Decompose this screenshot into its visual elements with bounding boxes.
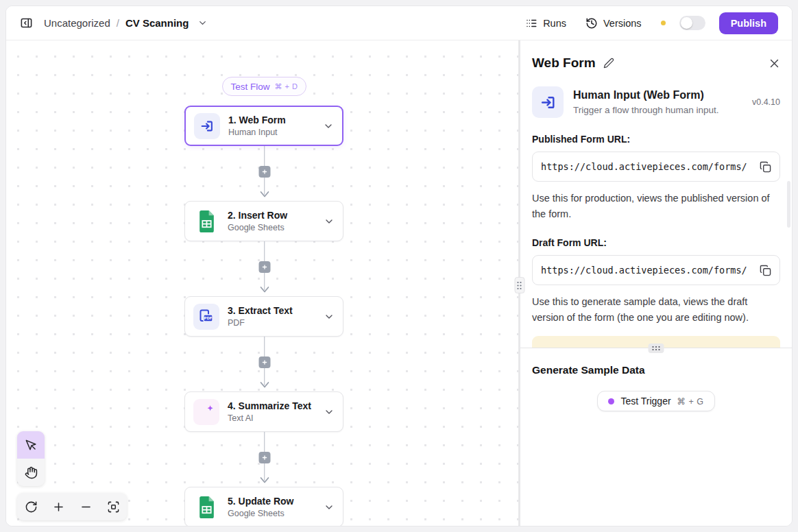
node-subtitle: Google Sheets: [228, 223, 287, 232]
flow-node-web-form[interactable]: 1. Web Form Human Input: [184, 106, 343, 146]
zoom-out-button[interactable]: [72, 493, 99, 520]
node-text: 2. Insert Row Google Sheets: [228, 210, 287, 232]
node-menu-button[interactable]: [324, 216, 335, 227]
chevron-down-icon: [197, 18, 208, 28]
chevron-down-icon: [323, 121, 334, 132]
copy-icon: [760, 265, 771, 276]
node-title: 5. Update Row: [228, 496, 293, 507]
node-title: 3. Extract Text: [228, 305, 293, 316]
trigger-status-dot: [608, 398, 614, 404]
arrow-down-icon: [260, 477, 269, 483]
fit-view-button[interactable]: [99, 493, 127, 520]
plus-icon: [261, 359, 267, 365]
copy-published-url-button[interactable]: [760, 161, 771, 173]
piece-name: Human Input (Web Form): [573, 89, 719, 101]
logs-icon: [525, 17, 537, 29]
rename-step-button[interactable]: [603, 58, 614, 69]
connector: [258, 432, 271, 487]
toggle-knob: [681, 17, 692, 29]
node-text: 1. Web Form Human Input: [228, 114, 286, 137]
draft-url-label: Draft Form URL:: [532, 237, 780, 248]
canvas-mode-toolbar: [17, 431, 45, 486]
panel-resizer[interactable]: [518, 40, 520, 526]
test-flow-button[interactable]: Test Flow ⌘ + D: [222, 77, 306, 96]
copy-draft-url-button[interactable]: [760, 265, 771, 276]
flow-node-update-row[interactable]: 5. Update Row Google Sheets: [184, 487, 343, 526]
section-resizer[interactable]: [520, 348, 792, 348]
piece-description: Trigger a flow through human input.: [573, 105, 719, 115]
minus-icon: [80, 500, 93, 513]
top-bar-status-group: Publish: [661, 12, 778, 34]
published-url-value: https://cloud.activepieces.com/forms/: [541, 161, 754, 172]
zoom-in-button[interactable]: [45, 493, 72, 520]
flow-node-extract-text[interactable]: PDF 3. Extract Text PDF: [184, 296, 343, 337]
published-url-label: Published Form URL:: [532, 134, 780, 145]
hand-icon: [25, 466, 38, 479]
node-menu-button[interactable]: [323, 121, 334, 132]
node-text: 5. Update Row Google Sheets: [228, 496, 293, 518]
node-title: 2. Insert Row: [228, 210, 287, 221]
panel-scrollbar-thumb[interactable]: [787, 181, 790, 228]
reset-view-button[interactable]: [17, 493, 45, 520]
pdf-icon: PDF: [193, 304, 219, 330]
human-input-icon: [194, 113, 220, 139]
history-icon: [585, 17, 598, 29]
panel-scroll-area: Web Form: [520, 40, 792, 348]
pan-mode-button[interactable]: [17, 459, 45, 486]
close-icon: [769, 58, 780, 69]
add-step-button[interactable]: [258, 166, 270, 178]
add-step-button[interactable]: [258, 356, 270, 368]
add-step-button[interactable]: [258, 261, 270, 273]
piece-version: v0.4.10: [752, 97, 780, 107]
panel-title: Web Form: [532, 56, 596, 71]
sidebar-toggle-button[interactable]: [20, 16, 33, 29]
node-menu-button[interactable]: [324, 407, 335, 418]
runs-button[interactable]: Runs: [525, 17, 566, 29]
node-subtitle: Text AI: [228, 413, 311, 423]
fit-view-icon: [107, 500, 120, 513]
breadcrumb-folder[interactable]: Uncategorized: [44, 17, 110, 29]
close-panel-button[interactable]: [769, 58, 780, 69]
node-text: 3. Extract Text PDF: [228, 305, 293, 328]
human-input-icon: [532, 86, 564, 118]
section-resizer-grip[interactable]: [649, 343, 664, 353]
chevron-down-icon: [324, 502, 335, 513]
node-menu-button[interactable]: [324, 502, 335, 513]
node-menu-button[interactable]: [324, 311, 335, 322]
test-trigger-button[interactable]: Test Trigger ⌘ + G: [597, 391, 714, 411]
plus-icon: [261, 455, 267, 461]
published-url-field[interactable]: https://cloud.activepieces.com/forms/: [532, 152, 780, 182]
test-trigger-shortcut: ⌘ + G: [677, 396, 704, 407]
breadcrumb-separator: /: [117, 17, 119, 29]
node-subtitle: Google Sheets: [228, 509, 293, 518]
chevron-down-icon: [324, 216, 335, 227]
flow-menu-button[interactable]: [197, 18, 208, 28]
flow-canvas[interactable]: Test Flow ⌘ + D 1. Web Form Human Input: [6, 40, 518, 526]
chevron-down-icon: [324, 407, 335, 418]
grip-dots-icon: [652, 346, 661, 351]
arrow-down-icon: [260, 287, 269, 293]
node-subtitle: Human Input: [228, 128, 286, 137]
arrow-down-icon: [260, 191, 269, 197]
published-url-help: Use this for production, views the publi…: [532, 191, 780, 221]
panel-resizer-grip[interactable]: [514, 277, 524, 293]
publish-button[interactable]: Publish: [719, 12, 778, 34]
versions-button[interactable]: Versions: [585, 17, 642, 29]
flow-node-summarize-text[interactable]: 4. Summarize Text Text AI: [184, 391, 343, 432]
canvas-zoom-toolbar: [17, 493, 127, 520]
test-trigger-label: Test Trigger: [620, 396, 670, 407]
add-step-button[interactable]: [258, 452, 270, 463]
breadcrumb-flow-name: CV Scanning: [125, 17, 189, 29]
panel-header: Web Form: [532, 56, 780, 71]
flow-node-insert-row[interactable]: 2. Insert Row Google Sheets: [184, 201, 343, 241]
app-window: Uncategorized / CV Scanning Runs: [5, 5, 793, 527]
arrow-down-icon: [260, 382, 269, 388]
select-mode-button[interactable]: [17, 431, 45, 459]
main-content: Test Flow ⌘ + D 1. Web Form Human Input: [6, 40, 792, 526]
draft-url-field[interactable]: https://cloud.activepieces.com/forms/: [532, 255, 780, 285]
generate-sample-data-title: Generate Sample Data: [532, 364, 780, 376]
top-bar: Uncategorized / CV Scanning Runs: [6, 6, 792, 40]
flow-enabled-toggle[interactable]: [679, 16, 705, 30]
plus-icon: [52, 500, 65, 513]
runs-label: Runs: [543, 18, 566, 29]
